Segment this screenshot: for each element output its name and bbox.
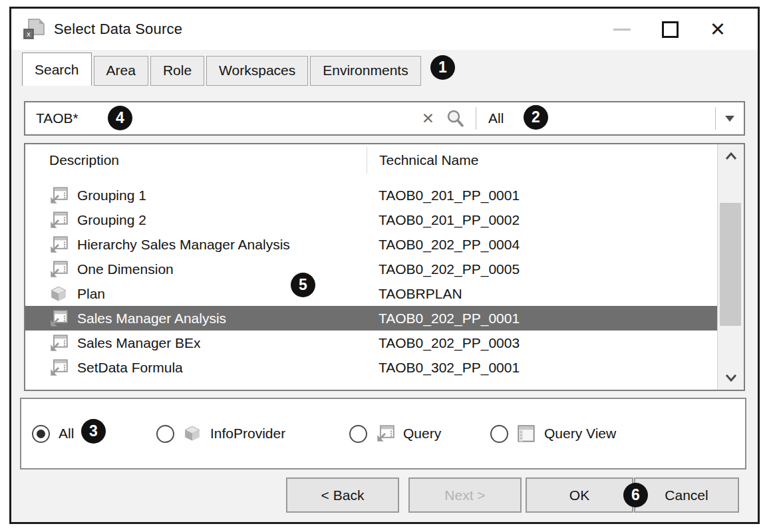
filter-query-view-radio[interactable]: Query View xyxy=(490,399,616,468)
svg-text:x: x xyxy=(27,30,31,38)
scope-value: All xyxy=(488,110,504,126)
app-icon: x xyxy=(22,18,46,41)
filter-all-label: All xyxy=(59,426,74,442)
list-item[interactable]: Plan TAOBRPLAN xyxy=(25,281,717,306)
list-item[interactable]: Sales Manager BEx TAOB0_202_PP_0003 xyxy=(25,331,717,355)
item-technical-name: TAOB0_202_PP_0004 xyxy=(367,232,717,257)
column-header-technical-name[interactable]: Technical Name xyxy=(367,147,717,174)
close-icon: ✕ xyxy=(710,20,726,39)
annotation-badge-3: 3 xyxy=(81,419,106,444)
chevron-down-icon xyxy=(725,374,737,382)
next-button: Next > xyxy=(408,477,522,513)
item-description: Sales Manager Analysis xyxy=(77,311,226,327)
back-button[interactable]: < Back xyxy=(286,477,399,513)
item-description: Grouping 2 xyxy=(77,212,146,228)
annotation-badge-4: 4 xyxy=(108,106,132,130)
chevron-up-icon xyxy=(725,152,737,160)
search-icon[interactable] xyxy=(445,108,465,128)
dropdown-divider xyxy=(715,107,716,130)
cancel-button[interactable]: Cancel xyxy=(634,477,739,513)
list-item[interactable]: Grouping 1 TAOB0_201_PP_0001 xyxy=(25,183,717,207)
tab-search[interactable]: Search xyxy=(22,53,92,86)
annotation-badge-1: 1 xyxy=(430,55,455,80)
query-icon xyxy=(376,425,394,442)
vertical-scrollbar[interactable] xyxy=(717,144,744,390)
item-technical-name: TAOB0_201_PP_0002 xyxy=(367,207,717,232)
data-source-list: Description Technical Name xyxy=(24,143,745,391)
tab-environments[interactable]: Environments xyxy=(310,56,420,86)
query-icon xyxy=(49,359,69,376)
filter-infoprovider-label: InfoProvider xyxy=(210,426,285,442)
annotation-badge-6: 6 xyxy=(623,483,648,507)
query-icon xyxy=(49,334,69,352)
scrollbar-thumb[interactable] xyxy=(720,203,741,326)
item-technical-name: TAOBRPLAN xyxy=(367,281,717,306)
query-icon xyxy=(49,187,69,204)
tabstrip: Search Area Role Workspaces Environments xyxy=(11,50,758,86)
radio-icon xyxy=(490,425,508,443)
filter-query-radio[interactable]: Query xyxy=(349,399,441,468)
item-description: Grouping 1 xyxy=(77,188,146,203)
query-icon xyxy=(49,310,69,327)
titlebar: x Select Data Source ✕ xyxy=(11,9,758,50)
column-header-description[interactable]: Description xyxy=(25,147,367,174)
scroll-up-button[interactable] xyxy=(718,144,744,168)
window-title: Select Data Source xyxy=(54,21,182,38)
list-main: Description Technical Name xyxy=(25,144,717,390)
tab-area[interactable]: Area xyxy=(94,56,148,86)
item-technical-name: TAOB0_202_PP_0003 xyxy=(367,331,717,355)
scope-dropdown[interactable]: All xyxy=(476,102,744,134)
search-value: TAOB* xyxy=(36,110,78,126)
list-item[interactable]: Hierarchy Sales Manager Analysis TAOB0_2… xyxy=(25,232,717,257)
clear-search-icon[interactable]: ✕ xyxy=(422,111,434,126)
list-item[interactable]: One Dimension TAOB0_202_PP_0005 xyxy=(25,257,717,281)
minimize-button[interactable] xyxy=(598,15,646,44)
annotation-badge-2: 2 xyxy=(524,105,548,130)
radio-icon xyxy=(349,425,367,443)
maximize-button[interactable] xyxy=(646,15,694,44)
item-technical-name: TAOB0_202_PP_0005 xyxy=(367,257,717,281)
item-technical-name: TAOB0_202_PP_0001 xyxy=(367,306,717,331)
filter-query-view-label: Query View xyxy=(544,426,616,442)
close-button[interactable]: ✕ xyxy=(694,15,742,44)
item-description: Hierarchy Sales Manager Analysis xyxy=(77,237,290,253)
minimize-icon xyxy=(613,29,631,31)
query-icon xyxy=(49,261,69,278)
tab-workspaces[interactable]: Workspaces xyxy=(206,56,308,86)
scroll-down-button[interactable] xyxy=(718,366,744,390)
cube-icon xyxy=(49,285,69,303)
maximize-icon xyxy=(662,21,679,38)
item-description: Plan xyxy=(77,286,105,302)
item-technical-name: TAOB0_201_PP_0001 xyxy=(367,183,717,207)
query-icon xyxy=(49,211,69,229)
radio-selected-icon xyxy=(32,425,50,443)
filter-infoprovider-radio[interactable]: InfoProvider xyxy=(156,399,285,468)
filter-all-radio[interactable]: All xyxy=(32,399,74,468)
list-rows: Grouping 1 TAOB0_201_PP_0001 xyxy=(25,183,717,380)
list-item[interactable]: Grouping 2 TAOB0_201_PP_0002 xyxy=(25,207,717,232)
annotation-badge-5: 5 xyxy=(291,273,315,297)
table-icon xyxy=(517,425,536,442)
window-controls: ✕ xyxy=(598,15,742,44)
item-technical-name: TAOB0_302_PP_0001 xyxy=(367,355,717,380)
radio-icon xyxy=(156,425,174,443)
list-item[interactable]: SetData Formula TAOB0_302_PP_0001 xyxy=(25,355,717,380)
item-description: SetData Formula xyxy=(77,360,183,376)
item-description: One Dimension xyxy=(77,261,174,277)
select-data-source-dialog: x Select Data Source ✕ Search Area Role … xyxy=(9,7,760,524)
list-item-selected[interactable]: Sales Manager Analysis TAOB0_202_PP_0001 xyxy=(25,306,717,331)
type-filter-group: All InfoProvider xyxy=(20,398,746,469)
cube-icon xyxy=(183,425,202,442)
list-header: Description Technical Name xyxy=(25,147,717,174)
filter-query-label: Query xyxy=(403,426,441,442)
ok-button[interactable]: OK xyxy=(526,477,633,513)
query-icon xyxy=(49,236,69,253)
search-input[interactable]: TAOB* ✕ xyxy=(25,102,476,134)
item-description: Sales Manager BEx xyxy=(77,335,201,351)
dropdown-arrow-icon xyxy=(725,116,734,122)
tab-role[interactable]: Role xyxy=(150,56,204,86)
